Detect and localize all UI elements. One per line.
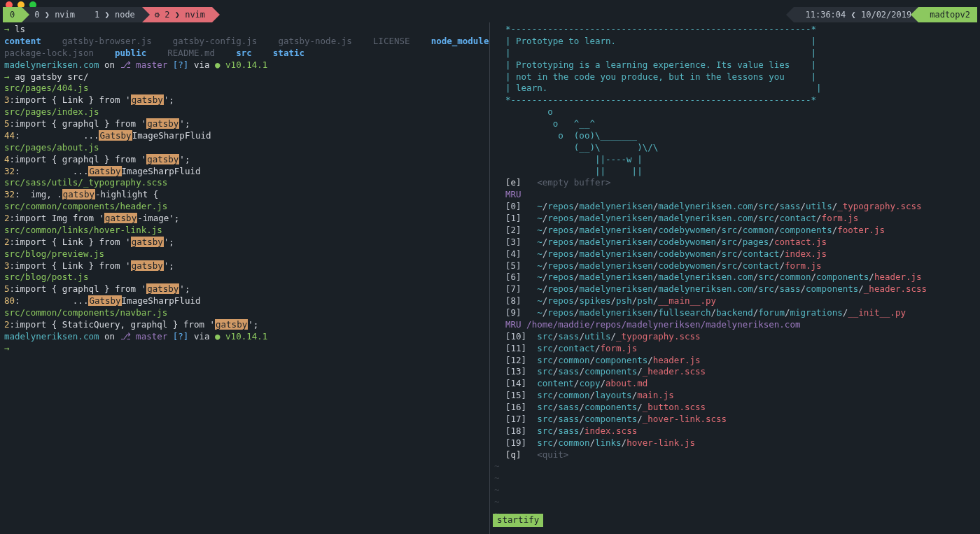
terminal-pane-left[interactable]: → lscontent gatsby-browser.js gatsby-con… (0, 22, 490, 534)
tmux-tab[interactable]: 0 ❯ nvim (22, 7, 82, 22)
tmux-tab[interactable]: 0 (3, 7, 22, 22)
tmux-status-bar: 00 ❯ nvim1 ❯ node⚙ 2 ❯ nvim 11:36:04 ❮ 1… (0, 7, 980, 22)
tmux-tab[interactable]: ⚙ 2 ❯ nvim (142, 7, 212, 22)
tmux-status-right: 11:36:04 ❮ 10/02/2019 (794, 7, 918, 22)
nvim-pane-right[interactable]: *---------------------------------------… (490, 22, 980, 534)
vim-statusline: startify (493, 514, 543, 527)
tmux-tab[interactable]: 1 ❯ node (82, 7, 142, 22)
tmux-status-right: madtopv2 (918, 7, 977, 22)
macos-titlebar (0, 0, 980, 7)
